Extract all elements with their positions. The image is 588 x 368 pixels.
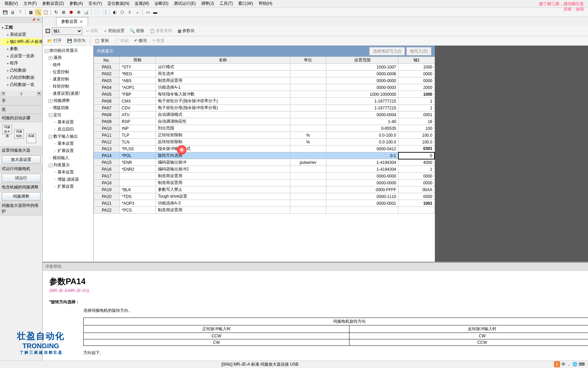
scroll-left-icon[interactable]: ◂ (1, 91, 5, 96)
tree-camlist[interactable]: 凸轮数据一览 (1, 81, 41, 88)
tool-icon-13[interactable]: ◊ (126, 9, 133, 16)
paramblock-button[interactable]: ▦参数块 (176, 27, 197, 34)
tool-icon-2[interactable]: 🔍 (35, 9, 42, 16)
cat-torque[interactable]: 转矩控制 (44, 83, 92, 90)
tool-icon-7[interactable]: ⚙ (75, 9, 82, 16)
paste-button[interactable]: 📄粘贴 (112, 37, 131, 44)
undo-button[interactable]: ↶撤消 (132, 37, 149, 44)
redo-button[interactable]: ↷恢复 (150, 37, 167, 44)
amp-settings-button[interactable]: 放大器设置 (2, 155, 40, 164)
col-unit[interactable]: 单位 (290, 57, 326, 64)
pin-icon[interactable]: 📌 (32, 18, 36, 22)
tuning-button[interactable]: 伺服调整 (2, 192, 40, 201)
parameter-table[interactable]: No. 简称 名称 单位 设置范围 轴1 PA01*STY运行模式1000-10… (94, 57, 435, 262)
tree-cam[interactable]: 凸轮数据 (1, 67, 41, 74)
mech-box[interactable]: 机械 (27, 134, 36, 143)
table-row[interactable]: PA09RSP自动调谐响应性1-4016 (94, 118, 435, 125)
table-row[interactable]: PA04*AOP1功能选择A-10000-00032000 (94, 84, 435, 91)
tool-icon-3[interactable]: 📋 (42, 9, 49, 16)
table-row[interactable]: PA16*ENR2编码器输出脉冲21-41943041 (94, 166, 435, 173)
cat-ext1[interactable]: 扩展设置 (44, 147, 92, 154)
cat-basic3[interactable]: 基本设置 (44, 169, 92, 176)
axis-select[interactable]: 轴1 (52, 27, 82, 35)
tool-icon-6[interactable]: ⬢ (68, 9, 75, 16)
cat-basic1[interactable]: 基本设置 (44, 119, 92, 126)
col-name[interactable]: 名称 (156, 57, 290, 64)
col-abbr[interactable]: 简称 (119, 57, 156, 64)
ime-icon[interactable]: S (554, 361, 560, 367)
table-row[interactable]: PA22*PCS制造商设置用 (94, 207, 435, 214)
table-row[interactable]: PA18制造商设置用0000-00000000 (94, 180, 435, 186)
write-axis-button[interactable]: 轴写入(S) (406, 47, 431, 56)
menu-item-6[interactable]: 监视(M) (132, 0, 152, 7)
ime-indicator[interactable]: S 中，🌐⌨ (554, 361, 585, 367)
tree-program[interactable]: 程序 (1, 60, 41, 67)
table-row[interactable]: PA21*AOP3功能选择A-30000-00011001 (94, 200, 435, 207)
tab-close-icon[interactable]: ✕ (80, 19, 83, 24)
table-row[interactable]: PA13*PLSS指令脉冲输入形式0000-04120301 (94, 145, 435, 152)
tool-icon-5[interactable]: ⊞ (60, 9, 67, 16)
cat-gainfilter[interactable]: 增益·滤波器 (44, 176, 92, 183)
scroll-right-icon[interactable]: ▸ (37, 91, 42, 96)
cat-ext2[interactable]: 扩展设置 (44, 183, 92, 190)
assist-header[interactable]: 手 (0, 97, 42, 105)
menu-item-7[interactable]: 诊断(D) (152, 0, 171, 7)
table-row[interactable]: PA01*STY运行模式1000-10071000 (94, 64, 435, 71)
testrun-button[interactable]: 试运行 (2, 174, 40, 182)
save-icon[interactable]: 💾 (2, 9, 9, 16)
cat-dio[interactable]: 数字输入输出 (44, 133, 92, 140)
cat-positioning[interactable]: 定位 (44, 111, 92, 119)
amp-box[interactable]: 伺服放大器 (2, 125, 12, 134)
cat-root[interactable]: 按功能分类显示 (44, 47, 92, 54)
table-row[interactable]: PA11TLP正转转矩限制%0.0-100.0100.0 (94, 132, 435, 139)
table-row[interactable]: PA17制造商设置用0000-00000000 (94, 173, 435, 180)
menu-item-2[interactable]: 参数设置(Z) (39, 0, 66, 7)
cat-speedset[interactable]: 速度设置(速度/ (44, 90, 92, 97)
menu-item-0[interactable]: 视图(V) (2, 0, 21, 7)
tool-icon-12[interactable]: ⬡ (119, 9, 126, 16)
cat-servo[interactable]: 伺服调整 (44, 97, 92, 104)
copy-button[interactable]: 📋复制 (93, 37, 111, 44)
saveas-button[interactable]: 💾另存为 (65, 37, 87, 44)
tree-system[interactable]: 系统设置 (1, 31, 41, 38)
cat-list[interactable]: 列表显示 (44, 162, 92, 169)
table-row[interactable]: PA20*TDSTough drive设置0000-11100000 (94, 193, 435, 200)
menu-item-9[interactable]: 调整(J) (198, 0, 217, 7)
tool-icon-4[interactable]: ↻ (53, 9, 60, 16)
motor-box[interactable]: 伺服电机 (14, 129, 24, 139)
tool-icon-14[interactable]: ⬨ (134, 9, 141, 16)
help-icon[interactable]: ? (17, 9, 23, 16)
table-row[interactable]: PA03*ABS制造商设置用0000-00000000 (94, 77, 435, 84)
close-icon[interactable]: ✕ (36, 18, 40, 22)
paramcopy-button[interactable]: 📋参数复制 (148, 27, 174, 34)
tool-icon-10[interactable]: 📑 (101, 9, 108, 16)
table-row[interactable]: PA15*ENR编码器输出脉冲pulse/rev1-41943044000 (94, 159, 435, 166)
tool-icon-1[interactable]: ▦ (27, 9, 34, 16)
cat-component[interactable]: 组件 (44, 61, 92, 68)
tool-icon-15[interactable]: ▭ (144, 9, 151, 16)
table-row[interactable]: PA14*POL旋转方向选择0-10 (94, 152, 435, 159)
menu-item-8[interactable]: 测试运行(E) (171, 0, 198, 7)
tree-axis1[interactable]: 轴1:MR-JE-A 标准 (1, 38, 41, 45)
cat-general[interactable]: 通用 (44, 54, 92, 61)
table-row[interactable]: PA08ATU自动调谐模式0000-00040001 (94, 111, 435, 118)
menu-item-4[interactable]: 安全(Y) (86, 0, 105, 7)
table-row[interactable]: PA07CDV电子齿轮分母(指令脉冲倍率分母)1-167772151 (94, 105, 435, 111)
view-header[interactable]: 览 (0, 105, 42, 114)
cat-speed[interactable]: 速度控制 (44, 76, 92, 83)
cat-gain[interactable]: 增益切换 (44, 104, 92, 111)
tree-root[interactable]: 工程 (1, 24, 41, 31)
verify-button[interactable]: 🔍校验 (128, 27, 146, 34)
table-row[interactable]: PA10INP到位范围0-65535100 (94, 125, 435, 132)
tree-points[interactable]: 点设置一览表 (1, 52, 41, 60)
table-row[interactable]: PA06CMX电子齿轮分子(指令脉冲倍率分子)1-167772151 (94, 98, 435, 105)
write-selected-button[interactable]: 选择项目写入(I) (369, 47, 405, 56)
tree-camctrl[interactable]: 凸轮控制数据 (1, 74, 41, 81)
col-axis[interactable]: 轴1 (398, 57, 435, 64)
read-button[interactable]: ↩读取 (84, 27, 100, 34)
menu-item-5[interactable]: 定位数据(N) (105, 0, 132, 7)
menu-item-10[interactable]: 工具(T) (217, 0, 235, 7)
menu-item-1[interactable]: 文件(F) (21, 0, 39, 7)
tool-icon-8[interactable]: 📊 (83, 9, 89, 16)
tool-icon-11[interactable]: ◐ (111, 9, 118, 16)
